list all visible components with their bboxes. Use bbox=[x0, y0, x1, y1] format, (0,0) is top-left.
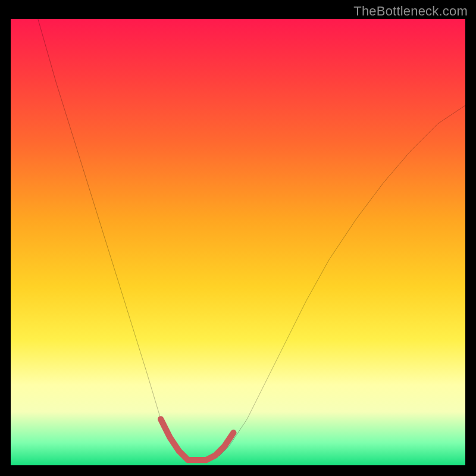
highlight-valley bbox=[161, 419, 233, 460]
curve-svg bbox=[11, 19, 465, 474]
bottleneck-curve bbox=[38, 19, 465, 460]
plot-area bbox=[11, 19, 465, 465]
chart-stage: TheBottleneck.com bbox=[0, 0, 476, 476]
watermark-text: TheBottleneck.com bbox=[353, 4, 468, 19]
